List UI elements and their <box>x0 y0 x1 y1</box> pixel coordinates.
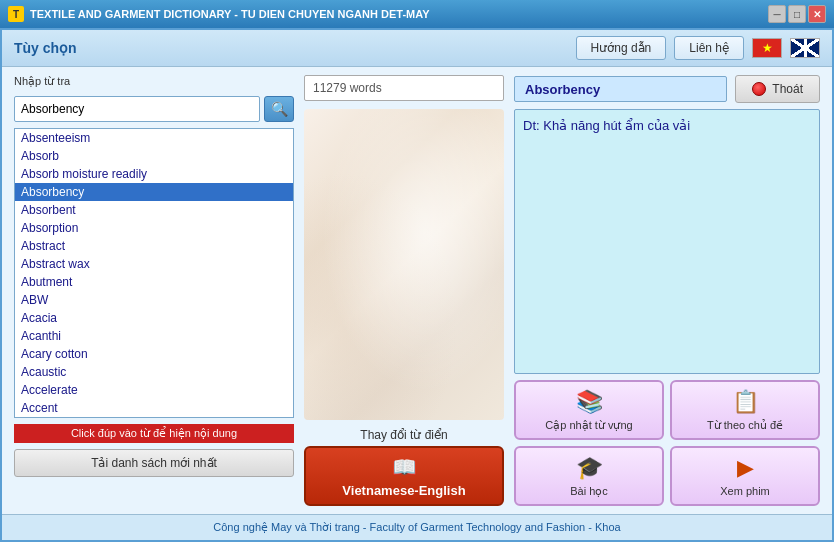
list-item[interactable]: ABW <box>15 291 293 309</box>
left-panel: Nhập từ tra 🔍 AbsenteeismAbsorbAbsorb mo… <box>14 75 294 506</box>
change-dict-section: Thay đổi từ điển 📖 Vietnamese-English <box>304 428 504 506</box>
list-item[interactable]: Absorption <box>15 219 293 237</box>
search-row: 🔍 <box>14 96 294 122</box>
footer-text: Công nghệ May và Thời trang - Faculty of… <box>213 521 620 533</box>
app-icon: T <box>8 6 24 22</box>
list-item[interactable]: Acanthi <box>15 327 293 345</box>
list-item[interactable]: Absorbency <box>15 183 293 201</box>
word-count: 11279 words <box>304 75 504 101</box>
click-hint: Click đúp vào từ để hiện nội dung <box>14 424 294 443</box>
right-panel: Absorbency Thoát Dt: Khả năng hút ẩm của… <box>514 75 820 506</box>
action-icon-3: ▶ <box>737 455 754 481</box>
action-icon-0: 📚 <box>576 389 603 415</box>
change-dict-label: Thay đổi từ điển <box>304 428 504 442</box>
header-title: Tùy chọn <box>14 40 576 56</box>
input-label: Nhập từ tra <box>14 75 294 88</box>
content-area: Nhập từ tra 🔍 AbsenteeismAbsorbAbsorb mo… <box>2 67 832 514</box>
action-buttons: 📚Cập nhật từ vựng📋Từ theo chủ đề🎓Bài học… <box>514 380 820 506</box>
title-bar: T TEXTILE AND GARMENT DICTIONARY - TU DI… <box>0 0 834 28</box>
main-window: Tùy chọn Hướng dẫn Liên hệ Nhập từ tra 🔍… <box>0 28 834 542</box>
list-item[interactable]: Accept <box>15 417 293 418</box>
definition-text: Dt: Khả năng hút ẩm của vải <box>523 118 690 133</box>
vn-en-icon: 📖 <box>392 455 417 479</box>
header-buttons: Hướng dẫn Liên hệ <box>576 36 820 60</box>
list-item[interactable]: Accent <box>15 399 293 417</box>
maximize-button[interactable]: □ <box>788 5 806 23</box>
background-image <box>304 109 504 420</box>
guide-button[interactable]: Hướng dẫn <box>576 36 667 60</box>
list-item[interactable]: Absorb moisture readily <box>15 165 293 183</box>
result-word: Absorbency <box>514 76 727 102</box>
search-button[interactable]: 🔍 <box>264 96 294 122</box>
title-bar-text: TEXTILE AND GARMENT DICTIONARY - TU DIEN… <box>30 8 429 20</box>
result-header: Absorbency Thoát <box>514 75 820 103</box>
download-button[interactable]: Tải danh sách mới nhất <box>14 449 294 477</box>
action-icon-2: 🎓 <box>576 455 603 481</box>
window-controls: ─ □ ✕ <box>768 5 826 23</box>
list-item[interactable]: Absorb <box>15 147 293 165</box>
footer: Công nghệ May và Thời trang - Faculty of… <box>2 514 832 540</box>
list-item[interactable]: Acary cotton <box>15 345 293 363</box>
exit-button[interactable]: Thoát <box>735 75 820 103</box>
action-label-2: Bài học <box>570 485 608 498</box>
action-label-0: Cập nhật từ vựng <box>545 419 632 432</box>
exit-label: Thoát <box>772 82 803 96</box>
vn-en-button[interactable]: 📖 Vietnamese-English <box>304 446 504 506</box>
contact-button[interactable]: Liên hệ <box>674 36 744 60</box>
action-label-3: Xem phim <box>720 485 770 497</box>
action-label-1: Từ theo chủ đề <box>707 419 783 432</box>
list-item[interactable]: Abutment <box>15 273 293 291</box>
vn-en-label: Vietnamese-English <box>342 483 465 498</box>
list-item[interactable]: Abstract <box>15 237 293 255</box>
action-button-3[interactable]: ▶Xem phim <box>670 446 820 506</box>
action-button-1[interactable]: 📋Từ theo chủ đề <box>670 380 820 440</box>
action-icon-1: 📋 <box>732 389 759 415</box>
list-item[interactable]: Absenteeism <box>15 129 293 147</box>
action-button-2[interactable]: 🎓Bài học <box>514 446 664 506</box>
header-bar: Tùy chọn Hướng dẫn Liên hệ <box>2 30 832 67</box>
action-button-0[interactable]: 📚Cập nhật từ vựng <box>514 380 664 440</box>
search-input[interactable] <box>14 96 260 122</box>
close-button[interactable]: ✕ <box>808 5 826 23</box>
word-list[interactable]: AbsenteeismAbsorbAbsorb moisture readily… <box>14 128 294 418</box>
flag-vietnam[interactable] <box>752 38 782 58</box>
middle-panel: 11279 words Thay đổi từ điển 📖 Vietnames… <box>304 75 504 506</box>
exit-red-circle <box>752 82 766 96</box>
flag-uk[interactable] <box>790 38 820 58</box>
list-item[interactable]: Acacia <box>15 309 293 327</box>
list-item[interactable]: Abstract wax <box>15 255 293 273</box>
list-item[interactable]: Acaustic <box>15 363 293 381</box>
minimize-button[interactable]: ─ <box>768 5 786 23</box>
fabric-background <box>304 109 504 420</box>
list-item[interactable]: Absorbent <box>15 201 293 219</box>
definition-box: Dt: Khả năng hút ẩm của vải <box>514 109 820 374</box>
list-item[interactable]: Accelerate <box>15 381 293 399</box>
